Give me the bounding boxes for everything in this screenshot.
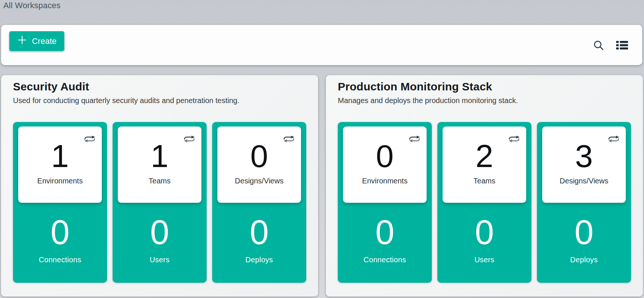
- stat-secondary-value: 0: [113, 203, 207, 249]
- workspace-description: Manages and deploys the production monit…: [338, 96, 631, 105]
- workspace-card-production-monitoring-stack[interactable]: Production Monitoring Stack Manages and …: [326, 75, 643, 297]
- stat-value: 0: [343, 126, 427, 172]
- stat-tile-teams[interactable]: 2 Teams 0 Users: [437, 122, 531, 283]
- workspace-title: Production Monitoring Stack: [338, 80, 631, 93]
- workspace-card-security-audit[interactable]: Security Audit Used for conducting quart…: [1, 75, 318, 297]
- stat-value: 1: [18, 126, 102, 172]
- workspace-cards-row: Security Audit Used for conducting quart…: [1, 75, 643, 297]
- create-button-label: Create: [32, 36, 56, 46]
- swap-arrows-icon[interactable]: [408, 134, 421, 144]
- stat-tile-top[interactable]: 3 Designs/Views: [542, 126, 626, 203]
- stat-secondary-label: Connections: [13, 256, 107, 264]
- page-title: All Workspaces: [3, 1, 61, 10]
- stat-tile-bottom[interactable]: 0 Connections: [338, 203, 432, 264]
- stat-value: 1: [118, 126, 201, 172]
- stat-tile-designs-views[interactable]: 3 Designs/Views 0 Deploys: [537, 122, 631, 283]
- stat-tile-teams[interactable]: 1 Teams 0 Users: [113, 122, 207, 283]
- plus-icon: [17, 35, 27, 47]
- stat-tile-bottom[interactable]: 0 Connections: [13, 203, 107, 264]
- stat-tiles: 1 Environments 0 Connections 1 Teams: [13, 122, 306, 283]
- stat-tile-top[interactable]: 0 Environments: [343, 126, 427, 203]
- swap-arrows-icon[interactable]: [608, 134, 620, 144]
- workspace-description: Used for conducting quarterly security a…: [13, 96, 306, 105]
- search-icon[interactable]: [593, 39, 604, 51]
- stat-value: 3: [542, 126, 626, 172]
- stat-label: Environments: [343, 177, 427, 185]
- stat-tile-bottom[interactable]: 0 Users: [113, 203, 207, 264]
- stat-secondary-label: Connections: [338, 256, 432, 264]
- stat-tile-environments[interactable]: 1 Environments 0 Connections: [13, 122, 107, 283]
- stat-label: Environments: [18, 177, 102, 185]
- workspace-title: Security Audit: [13, 80, 306, 93]
- stat-value: 2: [443, 126, 526, 172]
- stat-label: Designs/Views: [217, 177, 301, 185]
- stat-label: Designs/Views: [542, 177, 626, 185]
- stat-label: Teams: [118, 177, 201, 185]
- toolbar-card: Create: [1, 25, 642, 65]
- stat-tile-designs-views[interactable]: 0 Designs/Views 0 Deploys: [212, 122, 306, 283]
- stat-secondary-label: Deploys: [212, 256, 306, 264]
- stat-value: 0: [217, 126, 301, 172]
- stat-tile-environments[interactable]: 0 Environments 0 Connections: [338, 122, 432, 283]
- stat-label: Teams: [443, 177, 526, 185]
- stat-secondary-value: 0: [437, 203, 531, 249]
- stat-tiles: 0 Environments 0 Connections 2 Teams: [338, 122, 631, 283]
- stat-tile-bottom[interactable]: 0 Deploys: [537, 203, 631, 264]
- toolbar-icons: [593, 25, 628, 65]
- swap-arrows-icon[interactable]: [183, 134, 195, 144]
- workspaces-page: All Workspaces Create Security Audit Use…: [0, 0, 644, 298]
- stat-secondary-label: Deploys: [537, 256, 631, 264]
- stat-tile-bottom[interactable]: 0 Users: [437, 203, 531, 264]
- stat-secondary-label: Users: [113, 256, 207, 264]
- stat-tile-top[interactable]: 1 Environments: [18, 126, 102, 203]
- stat-secondary-label: Users: [437, 256, 531, 264]
- stat-tile-top[interactable]: 2 Teams: [443, 126, 526, 203]
- view-list-icon[interactable]: [616, 40, 628, 50]
- swap-arrows-icon[interactable]: [84, 134, 96, 144]
- stat-tile-top[interactable]: 0 Designs/Views: [217, 126, 301, 203]
- swap-arrows-icon[interactable]: [283, 134, 295, 144]
- stat-secondary-value: 0: [13, 203, 107, 249]
- stat-secondary-value: 0: [537, 203, 631, 249]
- stat-secondary-value: 0: [338, 203, 432, 249]
- stat-tile-top[interactable]: 1 Teams: [118, 126, 201, 203]
- stat-tile-bottom[interactable]: 0 Deploys: [212, 203, 306, 264]
- swap-arrows-icon[interactable]: [508, 134, 520, 144]
- stat-secondary-value: 0: [212, 203, 306, 249]
- create-workspace-button[interactable]: Create: [9, 31, 64, 51]
